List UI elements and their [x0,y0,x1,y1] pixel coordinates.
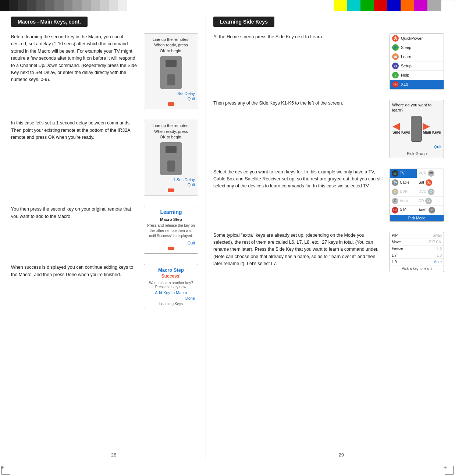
success-done[interactable]: Done [147,296,195,300]
delay-indicator-1 [168,102,174,106]
pk-row-2: Move PIP Ch. [390,239,444,246]
add-key-link[interactable]: Add Key to Macro [147,290,195,295]
page-content: Macros - Main Keys, cont. Before learnin… [11,17,444,459]
pm-x10: X10 X10 [390,206,417,215]
success-footer: Learning Keys [147,302,195,306]
set-delay-quit[interactable]: Quit [147,96,195,101]
home-item-x10: X10 X10 [390,80,444,89]
left-row-2: In this case let's set a 1 second delay … [11,120,198,195]
pk-l8: L 8 [417,252,444,258]
remote-diagram: Side Keys Main Keys [392,116,441,142]
right-row-1: At the Home screen press the Side Key ne… [213,34,444,89]
cd-icon: 💿 [425,198,432,204]
success-screen: Macro Step Success! Want to learn anothe… [144,264,198,309]
pk-l9: L 9 [390,259,417,265]
pm-cd: CD 💿 [417,197,444,205]
right-row-3: Select the device you want to learn keys… [213,169,444,222]
pk-row-4: L 7 L 8 [390,252,444,259]
pk-freeze: Freeze [390,246,417,252]
pk-move: Move [390,239,417,245]
one-sec-delay-button[interactable]: 1 Sec Delay [147,177,195,182]
home-screen: ⏻ QuickPower 💤 Sleep 📖 Learn ⚙ Setup [390,34,444,89]
arrow-left-icon [392,123,400,130]
learn-icon: 📖 [392,53,399,60]
page-number-right: 29 [339,452,344,458]
tv-icon: 📺 [392,170,398,177]
pm-row-3: 📀 DVR DVD 💿 [390,187,444,197]
sat-icon: 🛰 [426,179,432,186]
home-item-setup: ⚙ Setup [390,61,444,71]
pm-vcr: VCR 📼 [417,169,444,178]
pk-swap: Swap [417,232,444,239]
learning-step-text: Press and release the key on the other r… [147,223,195,239]
delay-indicator-2 [168,188,174,192]
color-bar-right [334,0,455,11]
right-text-4: Some typical "extra" keys are already se… [213,232,384,268]
home-item-help: ? Help [390,71,444,80]
learning-title: Learning [147,209,195,215]
set-delay-screen: Line up the remotes. When ready, press O… [144,34,198,109]
right-row-4: Some typical "extra" keys are already se… [213,232,444,272]
dvr-icon: 📀 [392,188,398,195]
success-title: Macro Step [147,267,195,273]
home-item-quickpower: ⏻ QuickPower [390,34,444,43]
left-text-4: When success is displayed you can contin… [11,264,139,278]
pk-l7: L 7 [390,252,417,258]
set-delay-button[interactable]: Set Delay [147,91,195,96]
corner-mark-bl [1,466,10,475]
learning-quit[interactable]: Quit [147,241,195,245]
pm-row-2: 📡 Cable Sat 🛰 [390,178,444,187]
corner-mark-br [445,466,454,475]
one-sec-quit[interactable]: Quit [147,183,195,187]
pm-audio: 🎵 Audio [390,197,417,205]
main-keys-label: Main Keys [423,130,441,134]
x10-icon: X10 [392,81,399,88]
vcr-icon: 📼 [428,170,434,177]
page-number-left: 28 [111,452,116,458]
set-delay-text: Line up the remotes. When ready, press O… [147,37,195,54]
right-text-2: Then press any of the Side Keys K1-K5 to… [213,100,384,107]
pick-group-footer: Pick Group [392,151,441,156]
pm-tv: 📺 TV [390,169,417,178]
pk-pipch: PIP Ch. [417,239,444,245]
audio-icon: 🎵 [392,198,398,204]
arrow-right-icon [423,123,430,130]
x10-mode-icon: X10 [392,207,398,214]
cable-icon: 📡 [392,179,398,186]
pick-mode-screen: 📺 TV VCR 📼 📡 Cable Sat [390,169,444,222]
home-item-sleep: 💤 Sleep [390,43,444,52]
left-row-3: You then press the second key on your or… [11,206,198,254]
left-text-3: You then press the second key on your or… [11,206,139,220]
pick-group-quit[interactable]: Quit [392,145,441,149]
one-sec-delay-screen: Line up the remotes. When ready, press O… [144,120,198,195]
one-sec-delay-text: Line up the remotes. When ready, press O… [147,123,195,140]
pm-row-4: 🎵 Audio CD 💿 [390,197,444,206]
dvd-icon: 💿 [428,188,434,195]
pm-cable: 📡 Cable [390,178,417,187]
left-text-2: In this case let's set a 1 second delay … [11,120,139,141]
home-item-learn: 📖 Learn [390,52,444,61]
left-section-header: Macros - Main Keys, cont. [11,17,88,27]
left-row-1: Before learning the second key in the Ma… [11,34,198,109]
right-text-1: At the Home screen press the Side Key ne… [213,34,384,40]
color-bar-left [0,0,136,11]
pk-row-3: Freeze L 6 [390,246,444,252]
right-column: Learning Side Keys At the Home screen pr… [206,17,444,459]
sleep-icon: 💤 [392,44,399,51]
pk-row-5: L 9 More [390,259,444,265]
aux1-icon: ? [429,207,435,214]
right-section-header: Learning Side Keys [213,17,274,27]
left-column: Macros - Main Keys, cont. Before learnin… [11,17,206,459]
pk-more: More [417,259,444,265]
pick-mode-footer: Pick Mode [390,215,444,221]
pm-row-5: X10 X10 Aux1 ? [390,206,444,215]
learning-indicator [168,247,174,250]
right-text-3: Select the device you want to learn keys… [213,169,384,190]
remote-image-1 [160,56,182,89]
setup-icon: ⚙ [392,63,399,69]
success-text: Want to learn another key? Press that ke… [147,281,195,289]
success-subtitle: Success! [147,274,195,279]
pm-row-1: 📺 TV VCR 📼 [390,169,444,178]
left-row-4: When success is displayed you can contin… [11,264,198,309]
remote-image-2 [160,142,182,175]
